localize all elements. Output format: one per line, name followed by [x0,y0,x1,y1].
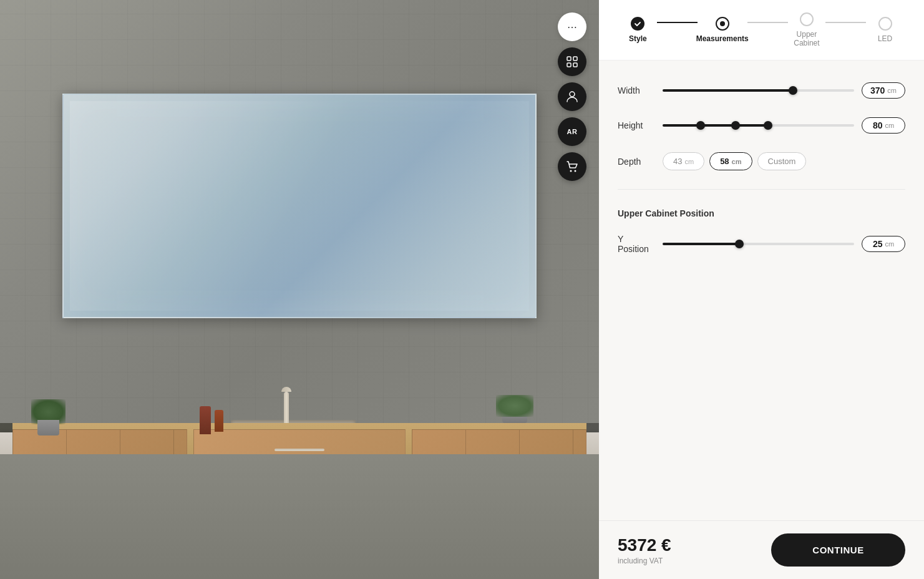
width-unit: cm [887,87,897,94]
width-label: Width [618,85,655,95]
y-position-thumb[interactable] [735,240,744,248]
svg-rect-0 [567,57,571,61]
step-led-circle [878,17,892,31]
grid-view-button[interactable] [558,47,586,76]
config-panel: Style Measurements Upper Cabinet LED [599,0,924,579]
height-thumb-2[interactable] [731,121,740,130]
width-row: Width 370 cm [618,82,905,99]
continue-button[interactable]: CONTINUE [771,533,905,567]
step-measurements-dot [720,21,725,26]
section-divider [618,189,905,190]
y-position-slider[interactable] [663,243,854,245]
cart-button[interactable] [558,152,586,181]
depth-options: 43 cm 58 cm Custom [663,152,806,170]
step-measurements-circle [716,17,729,31]
plant-pot-left [37,420,59,435]
width-slider[interactable] [663,89,854,92]
width-track-filled [663,89,793,92]
plant-leaves-right [496,395,533,417]
bottle-1 [200,406,211,434]
step-upper-cabinet-label: Upper Cabinet [787,30,827,47]
step-upper-cabinet[interactable]: Upper Cabinet [787,12,827,47]
person-icon [566,90,578,103]
depth-58-value: 58 [720,157,729,166]
cabinet-handle [275,449,324,451]
svg-rect-3 [573,63,577,67]
svg-point-4 [570,92,575,97]
ar-view-button[interactable]: AR [558,117,586,146]
connector-3 [825,22,866,23]
faucet [284,392,289,426]
plant-right [499,401,530,435]
depth-custom-button[interactable]: Custom [757,152,807,170]
y-position-track-filled [663,243,739,245]
y-position-value: 25 [873,239,883,249]
width-value: 370 [870,85,885,95]
step-style-label: Style [629,34,647,43]
floor [0,454,599,579]
depth-58-unit: cm [732,158,742,165]
svg-rect-2 [567,63,571,67]
mirror [62,94,537,318]
y-position-unit: cm [885,240,894,248]
ar-label: AR [567,128,578,135]
height-slider[interactable] [663,124,854,127]
step-measurements-label: Measurements [696,34,749,43]
width-value-badge: 370 cm [862,82,905,99]
side-buttons: ⋯ AR [558,12,586,181]
connector-1 [657,22,698,23]
step-style[interactable]: Style [618,17,658,43]
depth-58-button[interactable]: 58 cm [709,152,752,170]
depth-43-button[interactable]: 43 cm [663,152,704,170]
depth-43-unit: cm [684,158,694,165]
svg-point-6 [575,170,576,172]
svg-point-5 [570,170,572,172]
steps-row: Style Measurements Upper Cabinet LED [618,12,905,47]
y-position-label: Y Position [618,234,655,254]
y-position-row: Y Position 25 cm [618,234,905,254]
grid-icon [567,56,578,67]
avatar-button[interactable] [558,82,586,111]
preview-panel: ⋯ AR [0,0,599,579]
cart-icon [566,160,578,173]
height-thumb-1[interactable] [696,121,705,130]
connector-2 [747,22,788,23]
checkmark-icon [634,20,641,27]
step-led-label: LED [878,34,892,43]
more-options-button[interactable]: ⋯ [558,12,586,41]
depth-label: Depth [618,157,655,167]
price-block: 5372 € including VAT [618,535,671,565]
height-value-badge: 80 cm [862,117,905,134]
depth-custom-value: Custom [768,157,796,166]
height-thumb-3[interactable] [764,121,772,130]
upper-cabinet-section-title: Upper Cabinet Position [618,208,905,218]
step-led[interactable]: LED [865,17,905,43]
height-unit: cm [885,122,894,129]
y-position-value-badge: 25 cm [862,236,905,252]
depth-43-value: 43 [673,157,682,166]
plant-left [31,398,66,435]
height-row: Height 80 cm [618,117,905,134]
bottle-2 [215,410,223,432]
price-vat-label: including VAT [618,557,671,565]
step-upper-cabinet-circle [800,12,814,26]
depth-row: Depth 43 cm 58 cm Custom [618,152,905,170]
svg-rect-1 [573,57,577,61]
step-style-circle [631,17,644,31]
width-thumb[interactable] [789,86,797,95]
height-label: Height [618,120,655,130]
steps-header: Style Measurements Upper Cabinet LED [599,0,924,61]
price-value: 5372 € [618,535,671,555]
bathroom-scene [0,0,599,579]
height-value: 80 [873,120,883,130]
step-measurements[interactable]: Measurements [696,17,749,43]
panel-content: Width 370 cm Height 80 cm [599,61,924,520]
panel-footer: 5372 € including VAT CONTINUE [599,520,924,579]
height-track-filled [663,124,768,127]
